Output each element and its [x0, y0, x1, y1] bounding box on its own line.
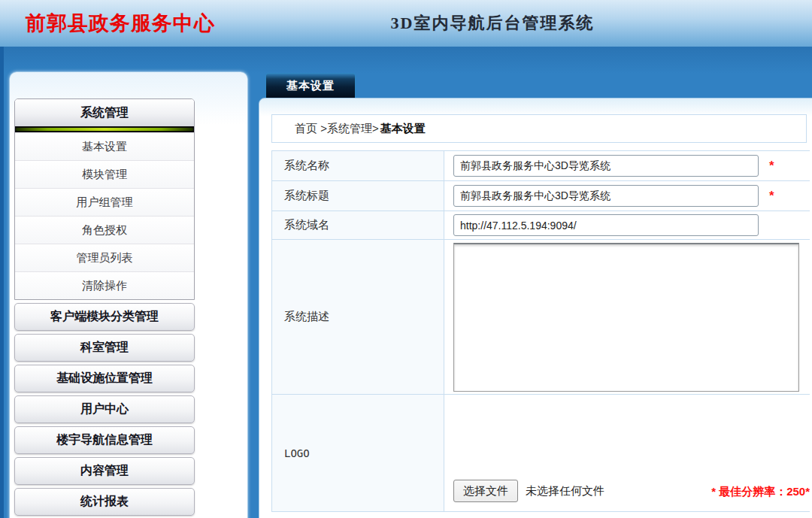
app-header: 前郭县政务服务中心 3D室内导航后台管理系统: [0, 0, 812, 47]
sidebar-item-clear-operations[interactable]: 清除操作: [15, 271, 194, 299]
system-domain-value-cell: [444, 211, 810, 239]
sidebar-item-system-management[interactable]: 系统管理: [15, 99, 194, 126]
sidebar-item-client-module-category[interactable]: 客户端模块分类管理: [14, 303, 195, 331]
menu-group-label: 系统管理: [80, 105, 129, 121]
sidebar-item-role-authorization[interactable]: 角色授权: [15, 216, 194, 244]
logo-value-cell: 选择文件 未选择任何文件 * 最佳分辨率：250*: [444, 395, 810, 511]
system-title: 3D室内导航后台管理系统: [331, 12, 654, 35]
required-asterisk: *: [769, 159, 774, 174]
sidebar-item-basic-settings[interactable]: 基本设置: [15, 132, 194, 160]
active-indicator-green-line: [16, 128, 193, 131]
sidebar-item-building-navigation-info[interactable]: 楼宇导航信息管理: [14, 426, 195, 454]
required-asterisk: *: [769, 189, 774, 204]
sidebar-item-module-management[interactable]: 模块管理: [15, 160, 194, 188]
sidebar-item-infrastructure-location[interactable]: 基础设施位置管理: [14, 365, 195, 392]
system-name-value-cell: *: [444, 151, 810, 180]
settings-form: 系统名称 * 系统标题 * 系统域名 系统描述: [271, 150, 810, 512]
form-row-logo: LOGO 选择文件 未选择任何文件 * 最佳分辨率：250*: [271, 395, 810, 512]
system-caption-label: 系统标题: [271, 181, 444, 211]
active-indicator-bar: [15, 126, 194, 132]
logo-label: LOGO: [271, 395, 444, 511]
tab-label: 基本设置: [286, 79, 335, 93]
sidebar: 系统管理 基本设置 模块管理 用户组管理 角色授权 管理员列表 清除操作 客户端…: [9, 71, 248, 518]
sidebar-item-admin-list[interactable]: 管理员列表: [15, 244, 194, 271]
system-description-textarea[interactable]: [453, 243, 799, 392]
system-name-input[interactable]: [453, 155, 759, 177]
form-row-system-domain: 系统域名: [271, 211, 810, 240]
breadcrumb-path[interactable]: 首页 >系统管理>: [295, 122, 379, 136]
sidebar-item-statistics-report[interactable]: 统计报表: [14, 488, 195, 516]
sidebar-menu: 系统管理 基本设置 模块管理 用户组管理 角色授权 管理员列表 清除操作 客户端…: [14, 98, 195, 518]
form-row-system-caption: 系统标题 *: [271, 181, 810, 211]
form-row-system-name: 系统名称 *: [271, 151, 810, 181]
system-domain-label: 系统域名: [271, 211, 444, 239]
sidebar-item-user-group-management[interactable]: 用户组管理: [15, 188, 194, 216]
system-description-value-cell: [444, 240, 810, 394]
breadcrumb-current: 基本设置: [380, 122, 426, 136]
logo-file-input: 选择文件 未选择任何文件: [453, 480, 604, 502]
sidebar-item-content-management[interactable]: 内容管理: [14, 457, 195, 485]
sidebar-item-user-center[interactable]: 用户中心: [14, 395, 195, 423]
system-caption-input[interactable]: [453, 185, 759, 207]
choose-file-button[interactable]: 选择文件: [453, 480, 518, 502]
system-name-label: 系统名称: [271, 151, 444, 180]
resolution-hint: * 最佳分辨率：250*: [711, 485, 810, 502]
form-row-system-description: 系统描述: [271, 240, 810, 395]
system-description-label: 系统描述: [271, 240, 444, 394]
sidebar-item-department-management[interactable]: 科室管理: [14, 334, 195, 362]
content-panel: 首页 >系统管理> 基本设置 系统名称 * 系统标题 * 系统域名 系统描述: [259, 98, 812, 518]
menu-group-system: 系统管理 基本设置 模块管理 用户组管理 角色授权 管理员列表 清除操作: [14, 98, 195, 300]
file-status-text: 未选择任何文件: [526, 484, 604, 498]
system-caption-value-cell: *: [444, 181, 810, 211]
org-logo-text: 前郭县政务服务中心: [26, 10, 215, 37]
tab-basic-settings[interactable]: 基本设置: [265, 73, 356, 98]
breadcrumb: 首页 >系统管理> 基本设置: [271, 114, 807, 143]
system-domain-input[interactable]: [453, 214, 759, 236]
